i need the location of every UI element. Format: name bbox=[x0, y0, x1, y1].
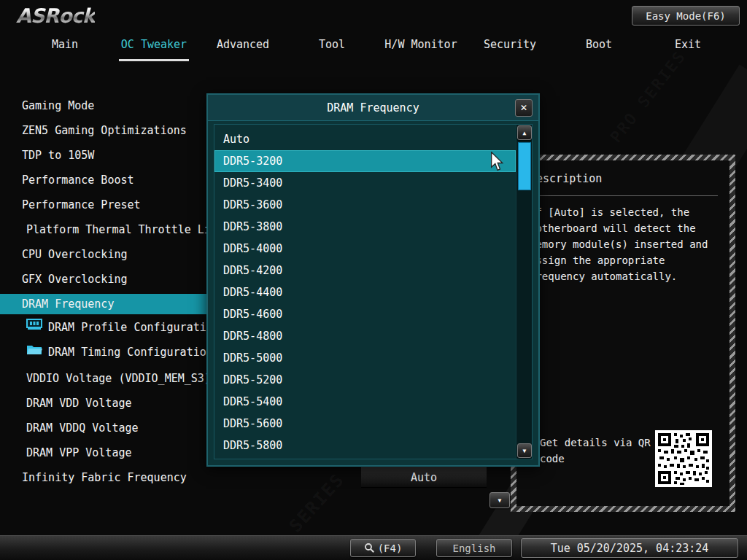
scroll-down-icon[interactable]: ▼ bbox=[517, 443, 532, 458]
sidebar-item-infinity-fabric-frequency[interactable]: Infinity Fabric Frequency bbox=[0, 467, 206, 488]
asrock-logo: ASRock bbox=[16, 4, 95, 27]
search-hotkey-label: (F4) bbox=[378, 542, 403, 554]
option-ddr5-3800[interactable]: DDR5-3800 bbox=[214, 216, 516, 238]
dram-frequency-dialog: DRAM Frequency ✕ Auto DDR5-3200 DDR5-340… bbox=[206, 93, 540, 467]
sidebar-item-dram-frequency[interactable]: DRAM Frequency bbox=[0, 294, 206, 314]
tab-advanced[interactable]: Advanced bbox=[198, 36, 287, 58]
search-button[interactable]: (F4) bbox=[350, 539, 416, 557]
option-list: Auto DDR5-3200 DDR5-3400 DDR5-3600 DDR5-… bbox=[214, 124, 533, 459]
page-scroll-down-button[interactable]: ▼ bbox=[489, 492, 510, 508]
search-icon bbox=[364, 542, 375, 553]
option-ddr5-5400[interactable]: DDR5-5400 bbox=[214, 391, 516, 413]
option-ddr5-4000[interactable]: DDR5-4000 bbox=[214, 238, 516, 260]
option-ddr5-5000[interactable]: DDR5-5000 bbox=[214, 347, 516, 369]
sidebar-item-dram-timing-configuration[interactable]: DRAM Timing Configuration bbox=[0, 342, 206, 362]
sidebar-item-zen5-gaming-optimizations[interactable]: ZEN5 Gaming Optimizations bbox=[0, 120, 206, 141]
description-divider bbox=[527, 195, 718, 196]
description-title: Description bbox=[530, 172, 602, 185]
main-menu-bar: Main OC Tweaker Advanced Tool H/W Monito… bbox=[20, 36, 732, 58]
tab-boot[interactable]: Boot bbox=[554, 36, 643, 58]
tab-exit[interactable]: Exit bbox=[643, 36, 732, 58]
active-tab-underline bbox=[119, 59, 189, 61]
dialog-title: DRAM Frequency bbox=[208, 95, 538, 121]
qr-caption: Get details via QR code bbox=[540, 435, 665, 467]
tab-hw-monitor[interactable]: H/W Monitor bbox=[376, 36, 465, 58]
tab-tool[interactable]: Tool bbox=[287, 36, 376, 58]
option-ddr5-3600[interactable]: DDR5-3600 bbox=[214, 194, 516, 216]
watermark-text: PRO SERIES bbox=[606, 47, 689, 147]
datetime-display[interactable]: Tue 05/20/2025, 04:23:24 bbox=[521, 538, 738, 558]
scroll-up-icon[interactable]: ▲ bbox=[517, 125, 532, 140]
dram-profile-icon bbox=[26, 317, 42, 337]
sidebar-item-dram-vdd-voltage[interactable]: DRAM VDD Voltage bbox=[0, 393, 206, 413]
dialog-scrollbar: ▲ ▼ bbox=[516, 125, 532, 459]
sidebar-item-performance-boost[interactable]: Performance Boost bbox=[0, 170, 206, 190]
language-button[interactable]: English bbox=[436, 539, 512, 557]
sidebar-item-performance-preset[interactable]: Performance Preset bbox=[0, 195, 206, 215]
option-ddr5-4200[interactable]: DDR5-4200 bbox=[214, 260, 516, 281]
tab-oc-tweaker[interactable]: OC Tweaker bbox=[109, 36, 198, 58]
option-auto[interactable]: Auto bbox=[214, 128, 516, 150]
sidebar-item-gaming-mode[interactable]: Gaming Mode bbox=[0, 96, 206, 116]
option-ddr5-4800[interactable]: DDR5-4800 bbox=[214, 325, 516, 347]
option-ddr5-5600[interactable]: DDR5-5600 bbox=[214, 413, 516, 435]
easy-mode-button[interactable]: Easy Mode(F6) bbox=[632, 6, 740, 26]
folder-icon bbox=[26, 342, 42, 362]
sidebar-item-vddio-voltage[interactable]: VDDIO Voltage (VDDIO_MEM_S3) bbox=[0, 368, 206, 389]
sidebar-item-tdp-to-105w[interactable]: TDP to 105W bbox=[0, 145, 206, 166]
option-ddr5-3200[interactable]: DDR5-3200 bbox=[214, 150, 516, 172]
sidebar-item-dram-vpp-voltage[interactable]: DRAM VPP Voltage bbox=[0, 443, 206, 463]
qr-code bbox=[655, 430, 712, 487]
close-icon[interactable]: ✕ bbox=[515, 99, 533, 117]
option-ddr5-4600[interactable]: DDR5-4600 bbox=[214, 303, 516, 325]
option-ddr5-4400[interactable]: DDR5-4400 bbox=[214, 281, 516, 303]
sidebar-item-dram-vddq-voltage[interactable]: DRAM VDDQ Voltage bbox=[0, 418, 206, 438]
sidebar-item-gfx-overclocking[interactable]: GFX Overclocking bbox=[0, 269, 206, 289]
description-panel: Description If [Auto] is selected, the m… bbox=[511, 155, 735, 512]
sidebar-item-dram-profile-configuration[interactable]: DRAM Profile Configuration bbox=[0, 317, 206, 338]
option-ddr5-3400[interactable]: DDR5-3400 bbox=[214, 172, 516, 194]
dram-frequency-value-button[interactable]: Auto bbox=[361, 467, 487, 488]
description-text: If [Auto] is selected, the motherboard w… bbox=[530, 204, 716, 284]
sidebar-item-platform-thermal-throttle-limit[interactable]: Platform Thermal Throttle Limit (C) bbox=[0, 219, 206, 240]
status-bar: (F4) English Tue 05/20/2025, 04:23:24 bbox=[0, 535, 747, 560]
dialog-scrollbar-thumb[interactable] bbox=[518, 142, 531, 190]
sidebar-item-cpu-overclocking[interactable]: CPU Overclocking bbox=[0, 244, 206, 265]
option-ddr5-5200[interactable]: DDR5-5200 bbox=[214, 369, 516, 391]
tab-security[interactable]: Security bbox=[465, 36, 554, 58]
tab-main[interactable]: Main bbox=[20, 36, 109, 58]
option-ddr5-5800[interactable]: DDR5-5800 bbox=[214, 435, 516, 456]
dialog-titlebar: DRAM Frequency bbox=[208, 95, 538, 121]
